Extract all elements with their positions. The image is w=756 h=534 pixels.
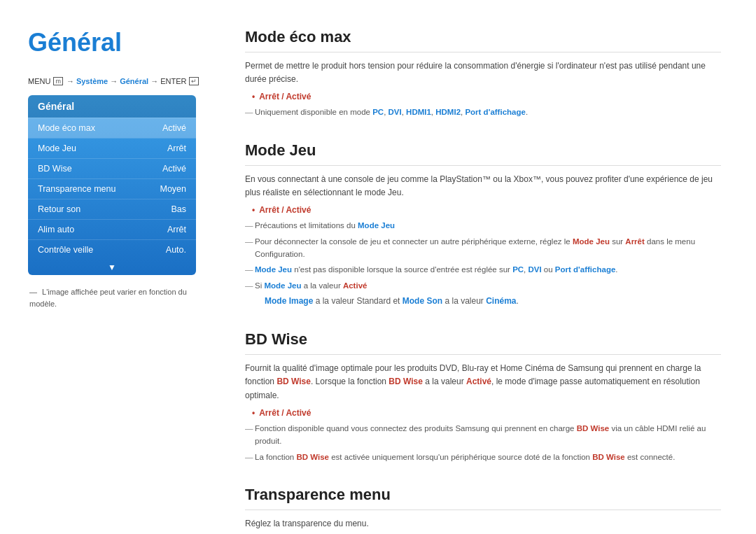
bullet-item: Arrêt / Activé xyxy=(252,92,721,101)
section-title-bd-wise: BD Wise xyxy=(245,330,721,355)
inline-mode-jeu-ref: Mode Jeu xyxy=(358,221,395,230)
menu-general: Général xyxy=(120,77,148,85)
sidebar-item-label-4: Retour son xyxy=(38,204,80,214)
inline-port: Port d'affichage xyxy=(465,108,525,116)
sidebar-item-value-5: Arrêt xyxy=(167,225,186,234)
sidebar-item-label-0: Mode éco max xyxy=(38,123,95,133)
inline-active-2: Activé xyxy=(466,377,491,386)
sidebar-item-label-2: BD Wise xyxy=(38,164,72,174)
sidebar-item-value-6: Auto. xyxy=(166,245,186,255)
sidebar-note: — L'image affichée peut varier en foncti… xyxy=(28,286,196,309)
inline-port-b: Port d'affichage xyxy=(555,265,615,274)
sidebar-item-mode-eco-max[interactable]: Mode éco max Activé xyxy=(28,118,196,138)
inline-dvi: DVI xyxy=(388,108,402,116)
inline-bd-wise-4: BD Wise xyxy=(296,453,329,461)
sidebar-item-label-6: Contrôle veille xyxy=(38,245,93,255)
inline-bd-wise-5: BD Wise xyxy=(592,453,625,461)
section-title-transparence-menu: Transparence menu xyxy=(245,486,721,510)
inline-pc: PC xyxy=(372,108,384,116)
sidebar-box: Général Mode éco max Activé Mode Jeu Arr… xyxy=(28,95,196,275)
bullet-item: Arrêt / Activé xyxy=(252,205,721,215)
note-mode-jeu-4: Si Mode Jeu a la valeur Activé xyxy=(245,279,721,292)
section-desc-mode-eco-max: Permet de mettre le produit hors tension… xyxy=(245,59,721,86)
inline-mode-son: Mode Son xyxy=(402,296,442,306)
left-panel: Général MENU m → Système → Général → ENT… xyxy=(0,0,217,534)
note-mode-eco-max-1: Uniquement disponible en mode PC, DVI, H… xyxy=(245,106,721,118)
inline-bd-wise-2: BD Wise xyxy=(388,377,423,386)
sidebar-item-value-3: Moyen xyxy=(160,184,186,194)
section-title-mode-eco-max: Mode éco max xyxy=(245,28,721,52)
sidebar-item-value-1: Arrêt xyxy=(167,143,186,153)
section-desc-mode-jeu: En vous connectant à une console de jeu … xyxy=(245,173,721,199)
inline-hdmi2: HDMI2 xyxy=(435,108,461,116)
sidebar-item-value-4: Bas xyxy=(171,204,186,214)
inline-cinema: Cinéma xyxy=(486,296,516,306)
section-desc-bd-wise: Fournit la qualité d'image optimale pour… xyxy=(245,362,721,402)
bullet-list-mode-eco-max: Arrêt / Activé xyxy=(252,92,721,101)
right-panel: Mode éco max Permet de mettre le produit… xyxy=(217,0,756,534)
inline-pc-b: PC xyxy=(512,265,524,274)
menu-icon: m xyxy=(53,77,63,85)
note-mode-jeu-2: Pour déconnecter la console de jeu et co… xyxy=(245,235,721,261)
section-mode-eco-max: Mode éco max Permet de mettre le produit… xyxy=(245,28,721,119)
inline-bd-wise-3: BD Wise xyxy=(577,424,610,433)
page-title: Général xyxy=(28,28,196,57)
section-mode-jeu: Mode Jeu En vous connectant à une consol… xyxy=(245,141,721,309)
menu-systeme: Système xyxy=(76,77,108,85)
sidebar-item-alim-auto[interactable]: Alim auto Arrêt xyxy=(28,219,196,239)
inline-active: Activé xyxy=(343,281,368,290)
inline-dvi-b: DVI xyxy=(528,265,542,274)
sidebar-title: Général xyxy=(28,95,196,118)
note-mode-jeu-1: Précautions et limitations du Mode Jeu xyxy=(245,219,721,232)
note-bd-wise-1: Fonction disponible quand vous connectez… xyxy=(245,422,721,448)
sidebar-item-label-3: Transparence menu xyxy=(38,184,115,194)
note-mode-jeu-3: Mode Jeu n'est pas disponible lorsque la… xyxy=(245,263,721,276)
sidebar-item-retour-son[interactable]: Retour son Bas xyxy=(28,199,196,219)
menu-enter-label: ENTER xyxy=(160,77,186,85)
sidebar-item-transparence-menu[interactable]: Transparence menu Moyen xyxy=(28,178,196,199)
inline-mode-jeu-c: Mode Jeu xyxy=(264,281,301,290)
menu-word: MENU xyxy=(28,77,50,85)
bullet-list-bd-wise: Arrêt / Activé xyxy=(252,408,721,418)
section-bd-wise: BD Wise Fournit la qualité d'image optim… xyxy=(245,330,721,463)
enter-icon: ↵ xyxy=(189,77,199,85)
sidebar-item-bd-wise[interactable]: BD Wise Activé xyxy=(28,158,196,178)
inline-mode-jeu-b: Mode Jeu xyxy=(255,265,292,274)
inline-arret: Arrêt xyxy=(625,237,644,246)
bullet-list-mode-jeu: Arrêt / Activé xyxy=(252,205,721,215)
inline-hdmi1: HDMI1 xyxy=(406,108,431,116)
inline-mode-image: Mode Image xyxy=(265,296,313,306)
note-bd-wise-2: La fonction BD Wise est activée uniqueme… xyxy=(245,451,721,463)
sidebar-item-value-2: Activé xyxy=(162,164,186,174)
sidebar-item-controle-veille[interactable]: Contrôle veille Auto. xyxy=(28,239,196,260)
sidebar-item-mode-jeu[interactable]: Mode Jeu Arrêt xyxy=(28,138,196,158)
sidebar-down-arrow: ▼ xyxy=(28,260,196,275)
menu-path: MENU m → Système → Général → ENTER ↵ xyxy=(28,77,196,85)
note-mode-jeu-5: Mode Image a la valeur Standard et Mode … xyxy=(245,295,721,308)
bullet-item: Arrêt / Activé xyxy=(252,408,721,418)
sidebar-item-label-5: Alim auto xyxy=(38,225,74,234)
section-desc-transparence-menu: Réglez la transparence du menu. xyxy=(245,517,721,531)
sidebar-item-value-0: Activé xyxy=(162,123,186,133)
inline-bd-wise-1: BD Wise xyxy=(276,377,311,386)
section-title-mode-jeu: Mode Jeu xyxy=(245,141,721,166)
sidebar-item-label-1: Mode Jeu xyxy=(38,143,76,153)
sidebar-note-text: L'image affichée peut varier en fonction… xyxy=(29,288,187,308)
inline-mode-jeu: Mode Jeu xyxy=(573,237,610,246)
section-transparence-menu: Transparence menu Réglez la transparence… xyxy=(245,486,721,534)
